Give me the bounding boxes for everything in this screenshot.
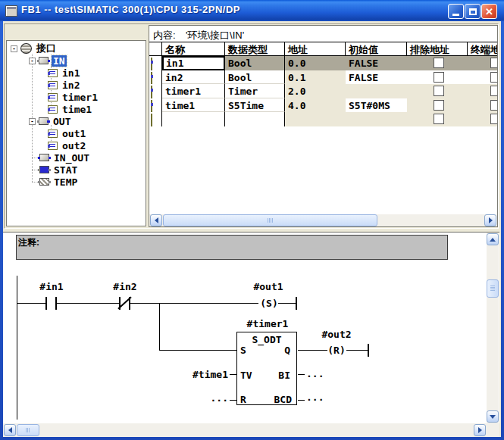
table-hscrollbar[interactable] <box>149 214 497 227</box>
terminal-address-checkbox[interactable] <box>490 114 498 124</box>
scroll-right-button[interactable] <box>474 424 486 436</box>
collapse-toggle[interactable]: - <box>29 58 36 64</box>
terminal-address-checkbox[interactable] <box>490 58 498 68</box>
coil-out2-label[interactable]: #out2 <box>321 329 351 340</box>
scroll-up-button[interactable] <box>487 233 499 245</box>
name-cell[interactable]: in2 <box>162 70 225 85</box>
variable-icon <box>151 72 152 85</box>
exclude-address-checkbox[interactable] <box>434 72 444 83</box>
initial-value-cell[interactable]: FALSE <box>346 70 407 85</box>
title-bar[interactable]: FB1 -- test\SIMATIC 300(1)\CPU 315-2PN/D… <box>0 0 504 21</box>
hscroll-thumb[interactable] <box>163 214 377 226</box>
table-header-row: 名称 数据类型 地址 初始值 排除地址 终端地址 <box>149 42 498 56</box>
tree-item-time1[interactable]: time1 <box>48 103 93 115</box>
address-cell[interactable] <box>285 112 346 126</box>
datatype-cell[interactable] <box>225 112 285 126</box>
interface-tree-pane[interactable]: - 接口 - IN in1 in2 timer1 time1 - OUT <box>6 40 146 226</box>
exclude-address-checkbox[interactable] <box>434 100 444 111</box>
minimize-button[interactable] <box>448 4 464 19</box>
in-section-icon <box>39 57 49 64</box>
bi-operand[interactable]: ... <box>306 368 324 379</box>
reset-coil[interactable]: (R) <box>326 345 347 356</box>
scroll-left-button[interactable] <box>150 214 162 226</box>
initial-value-cell[interactable] <box>346 84 407 98</box>
in-out-section-icon <box>39 154 49 161</box>
exclude-address-checkbox[interactable] <box>434 86 444 96</box>
tree-item-in-out[interactable]: IN_OUT <box>39 151 91 164</box>
empty-row-icon <box>151 114 152 126</box>
exclude-address-checkbox[interactable] <box>434 114 444 124</box>
tree-item-in1[interactable]: in1 <box>48 67 81 79</box>
address-cell[interactable]: 0.0 <box>285 56 346 70</box>
initial-value-cell[interactable]: FALSE <box>346 56 407 70</box>
name-cell[interactable]: in1 <box>162 56 225 70</box>
initial-value-cell[interactable] <box>346 112 407 126</box>
terminal-address-cell <box>468 112 498 126</box>
tv-operand[interactable]: #time1 <box>189 369 228 380</box>
initial-value-cell[interactable]: S5T#0MS <box>346 98 407 113</box>
datatype-cell[interactable]: S5Time <box>225 98 285 113</box>
vscroll-thumb[interactable] <box>487 279 499 298</box>
stat-section-icon <box>39 166 49 173</box>
editor-vscrollbar[interactable] <box>487 232 499 423</box>
set-coil[interactable]: (S) <box>258 298 280 309</box>
name-cell[interactable] <box>162 112 225 126</box>
terminal-address-cell <box>468 56 498 70</box>
name-cell[interactable]: timer1 <box>162 84 225 98</box>
ladder-editor-pane[interactable]: 注释: #in1 #in2 #out1 (S) #timer1 S_ODT S … <box>3 232 499 423</box>
collapse-toggle[interactable]: - <box>29 118 36 125</box>
wire <box>298 350 327 351</box>
variable-icon <box>48 93 58 101</box>
tree-item-interface[interactable]: - 接口 <box>11 42 58 55</box>
tree-item-in[interactable]: - IN <box>29 55 67 67</box>
variable-icon <box>151 86 152 98</box>
address-cell[interactable]: 4.0 <box>285 98 346 113</box>
tree-item-out2[interactable]: out2 <box>48 139 87 151</box>
out-section-icon <box>39 117 49 125</box>
coil-out1-label[interactable]: #out1 <box>253 281 283 292</box>
right-rail-rung1 <box>296 297 297 310</box>
tree-item-out[interactable]: - OUT <box>29 115 72 127</box>
pin-tv: TV <box>240 370 252 381</box>
terminal-address-checkbox[interactable] <box>490 72 498 83</box>
address-cell[interactable]: 0.1 <box>285 70 346 85</box>
bcd-operand[interactable]: ... <box>306 392 324 403</box>
scroll-right-button[interactable] <box>484 214 496 226</box>
maximize-button[interactable] <box>465 4 481 19</box>
tree-item-timer1[interactable]: timer1 <box>48 91 99 103</box>
contact-in2-label[interactable]: #in2 <box>113 281 136 292</box>
scroll-left-button[interactable] <box>4 424 16 436</box>
right-rail-rung2 <box>368 344 369 357</box>
variable-icon <box>48 105 58 114</box>
branch-wire <box>159 303 160 351</box>
tree-item-stat[interactable]: STAT <box>39 164 79 176</box>
timer-instance-label[interactable]: #timer1 <box>247 318 289 329</box>
tree-item-out1[interactable]: out1 <box>48 127 87 139</box>
datatype-cell[interactable]: Bool <box>225 56 285 70</box>
contact-in1[interactable] <box>45 297 47 310</box>
tree-item-temp[interactable]: TEMP <box>39 176 79 188</box>
network-comment-box[interactable]: 注释: <box>16 235 448 260</box>
terminal-address-checkbox[interactable] <box>490 100 498 111</box>
contact-in1-label[interactable]: #in1 <box>39 281 63 292</box>
name-cell[interactable]: time1 <box>162 98 225 113</box>
datatype-cell[interactable]: Bool <box>225 70 285 85</box>
address-cell[interactable]: 2.0 <box>285 84 346 98</box>
tree-item-in2[interactable]: in2 <box>48 79 81 91</box>
collapse-toggle[interactable]: - <box>11 45 17 52</box>
left-arrow-icon <box>152 217 158 223</box>
terminal-address-checkbox[interactable] <box>490 86 498 96</box>
wire <box>230 400 236 401</box>
table-row: time1 S5Time 4.0 S5T#0MS <box>149 98 498 113</box>
block-title: S_ODT <box>237 334 296 345</box>
table-row: in1 Bool 0.0 FALSE <box>149 56 498 70</box>
editor-hscrollbar[interactable] <box>3 423 499 437</box>
close-button[interactable]: ✕ <box>481 4 497 19</box>
window-title: FB1 -- test\SIMATIC 300(1)\CPU 315-2PN/D… <box>21 4 240 15</box>
r-operand[interactable]: ... <box>189 392 228 404</box>
exclude-address-checkbox[interactable] <box>434 58 444 68</box>
timer-block-s-odt[interactable]: S_ODT S Q TV BI R BCD <box>236 332 297 405</box>
hscroll-thumb[interactable] <box>17 424 39 436</box>
datatype-cell[interactable]: Timer <box>225 84 285 98</box>
scroll-down-button[interactable] <box>487 410 499 423</box>
